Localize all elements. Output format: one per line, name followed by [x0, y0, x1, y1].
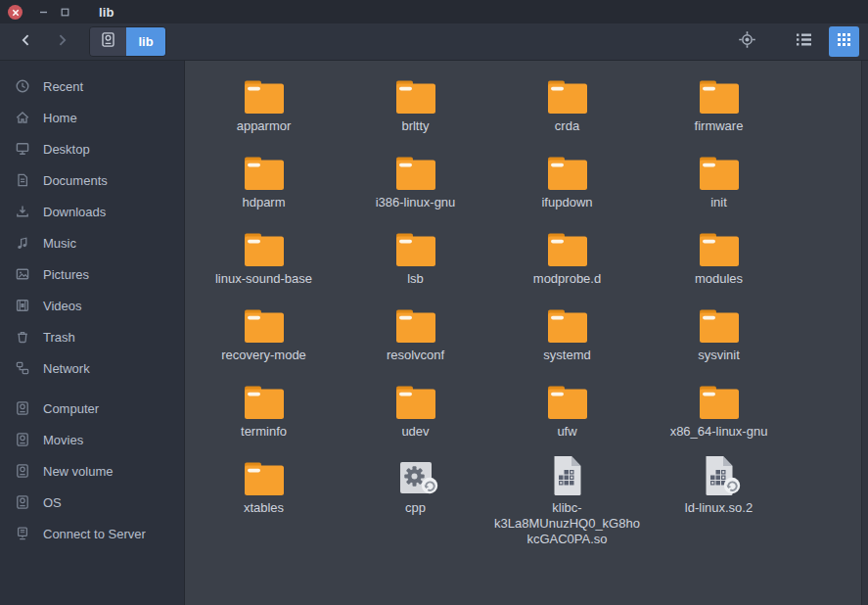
list-view-button[interactable]: [787, 27, 820, 57]
clock-icon: [15, 78, 30, 94]
trash-icon: [15, 329, 30, 345]
folder-icon: [244, 455, 285, 496]
sidebar-item-connect-to-server[interactable]: Connect to Server: [0, 518, 184, 549]
folder-icon: [547, 150, 588, 191]
breadcrumb-root-button[interactable]: [90, 27, 126, 56]
sidebar-item-label: Music: [43, 236, 76, 251]
chevron-right-icon: [54, 32, 69, 52]
sidebar-item-label: Downloads: [43, 205, 106, 219]
folder-icon: [699, 226, 740, 267]
file-item-terminfo[interactable]: terminfo: [190, 379, 339, 440]
scrollbar[interactable]: [861, 61, 868, 605]
sidebar-item-label: Videos: [43, 299, 82, 313]
file-item-x86-64-linux-gnu[interactable]: x86_64-linux-gnu: [645, 379, 794, 440]
folder-icon: [395, 226, 436, 267]
file-item-modules[interactable]: modules: [645, 226, 794, 287]
file-item-hdparm[interactable]: hdparm: [190, 150, 339, 210]
document-icon: [15, 172, 30, 188]
breadcrumb-current-segment[interactable]: lib: [126, 27, 165, 56]
file-item-ufw[interactable]: ufw: [493, 379, 642, 440]
file-item-crda[interactable]: crda: [493, 73, 642, 134]
sidebar-item-pictures[interactable]: Pictures: [0, 258, 184, 290]
file-item-label: apparmor: [237, 118, 292, 134]
file-item-modprobe-d[interactable]: modprobe.d: [493, 226, 642, 287]
file-item-label: klibc-k3La8MUnuzHQ0_kG8hokcGAC0PA.so: [494, 500, 641, 547]
folder-icon: [699, 73, 740, 115]
search-button[interactable]: [730, 27, 763, 57]
file-item-label: lsb: [407, 271, 424, 287]
file-item-systemd[interactable]: systemd: [493, 302, 642, 363]
file-item-init[interactable]: init: [645, 150, 794, 210]
file-item-xtables[interactable]: xtables: [190, 455, 339, 516]
sidebar-item-label: Movies: [43, 433, 83, 447]
sidebar-item-label: Pictures: [43, 267, 89, 282]
server-icon: [15, 526, 30, 541]
file-item-cpp[interactable]: cpp: [342, 455, 490, 516]
file-item-label: terminfo: [241, 424, 287, 440]
folder-icon: [395, 302, 436, 344]
folder-icon: [395, 150, 436, 191]
sidebar-group-divider: [0, 384, 184, 393]
file-view: apparmor brltty crda firmware hdparm i38…: [185, 61, 868, 605]
sidebar-item-downloads[interactable]: Downloads: [0, 196, 184, 227]
file-item-sysvinit[interactable]: sysvinit: [645, 302, 794, 363]
sidebar-item-label: Trash: [43, 330, 75, 345]
file-item-label: xtables: [244, 500, 284, 516]
file-item-label: linux-sound-base: [215, 271, 312, 287]
sidebar: Recent Home Desktop Documents Downloads …: [0, 61, 185, 605]
sidebar-item-network[interactable]: Network: [0, 352, 184, 384]
file-item-udev[interactable]: udev: [342, 379, 490, 440]
desktop-icon: [15, 141, 30, 157]
sidebar-item-documents[interactable]: Documents: [0, 164, 184, 196]
file-item-brltty[interactable]: brltty: [342, 73, 490, 134]
file-item-recovery-mode[interactable]: recovery-mode: [190, 302, 339, 363]
window-title: lib: [99, 5, 114, 20]
file-item-i386-linux-gnu[interactable]: i386-linux-gnu: [342, 150, 490, 210]
sidebar-item-label: Network: [43, 361, 90, 376]
sidebar-item-music[interactable]: Music: [0, 227, 184, 258]
folder-icon: [547, 302, 588, 344]
sidebar-item-new-volume[interactable]: New volume: [0, 455, 184, 487]
folder-icon: [395, 73, 436, 115]
minimize-icon: [39, 3, 48, 21]
folder-icon: [547, 379, 588, 420]
file-item-apparmor[interactable]: apparmor: [190, 73, 339, 134]
file-item-label: hdparm: [242, 195, 285, 210]
file-item-label: resolvconf: [387, 348, 444, 363]
sidebar-item-movies[interactable]: Movies: [0, 424, 184, 455]
sidebar-item-label: Desktop: [43, 142, 90, 157]
folder-icon: [244, 379, 285, 420]
file-item-label: udev: [401, 424, 429, 440]
file-item-lsb[interactable]: lsb: [342, 226, 490, 287]
back-button[interactable]: [9, 27, 44, 57]
file-item-klibc-k3la8munuzhq0-kg8hokcgac0pa-so[interactable]: klibc-k3La8MUnuzHQ0_kG8hokcGAC0PA.so: [493, 455, 642, 547]
close-icon: [12, 3, 20, 21]
sidebar-item-trash[interactable]: Trash: [0, 321, 184, 352]
network-icon: [15, 360, 30, 376]
folder-icon: [244, 73, 285, 115]
sidebar-item-videos[interactable]: Videos: [0, 290, 184, 321]
toolbar: lib: [0, 23, 868, 61]
file-item-ld-linux-so-2[interactable]: ld-linux.so.2: [645, 455, 794, 516]
file-item-linux-sound-base[interactable]: linux-sound-base: [190, 226, 339, 287]
file-manager-window: lib lib: [0, 0, 868, 605]
file-item-firmware[interactable]: firmware: [645, 73, 794, 134]
file-item-resolvconf[interactable]: resolvconf: [342, 302, 490, 363]
sidebar-item-recent[interactable]: Recent: [0, 70, 184, 102]
forward-button[interactable]: [44, 27, 79, 57]
maximize-icon: [61, 3, 69, 21]
sidebar-item-desktop[interactable]: Desktop: [0, 133, 184, 164]
close-button[interactable]: [8, 5, 23, 20]
sidebar-item-home[interactable]: Home: [0, 102, 184, 133]
symlink-emblem-icon: [723, 477, 741, 498]
file-grid: apparmor brltty crda firmware hdparm i38…: [185, 61, 868, 547]
maximize-button[interactable]: [54, 0, 75, 23]
file-item-label: modprobe.d: [533, 271, 601, 287]
folder-icon: [395, 379, 436, 420]
sidebar-item-os[interactable]: OS: [0, 487, 184, 518]
file-item-ifupdown[interactable]: ifupdown: [493, 150, 642, 210]
sidebar-item-label: Computer: [43, 401, 99, 416]
grid-view-button[interactable]: [829, 26, 859, 57]
sidebar-item-computer[interactable]: Computer: [0, 393, 184, 424]
minimize-button[interactable]: [32, 0, 54, 23]
